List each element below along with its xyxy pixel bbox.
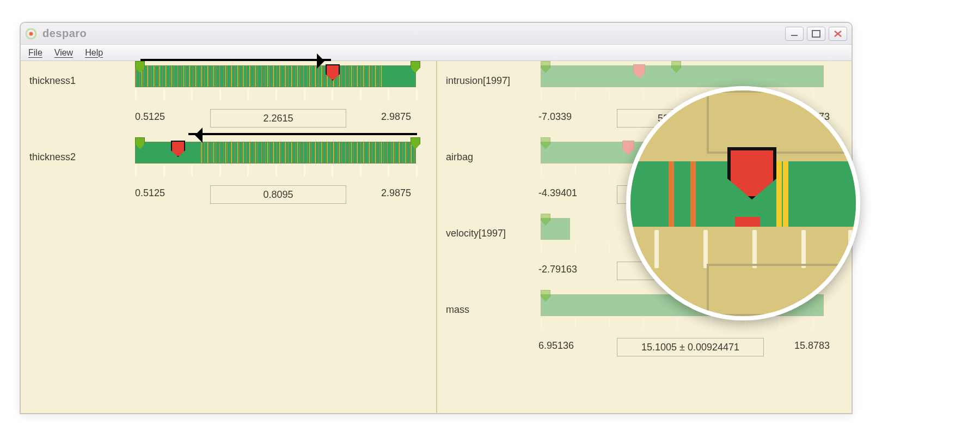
max-label: 2.9875 (381, 111, 411, 123)
max-label: 2.9875 (381, 187, 411, 199)
min-label: 6.95136 (538, 340, 574, 352)
app-icon (25, 28, 37, 40)
value-readout[interactable]: 0.8095 (210, 185, 346, 204)
param-label: intrusion[1997] (446, 75, 510, 87)
svg-rect-3 (812, 31, 820, 37)
tick-strip (541, 317, 824, 330)
direction-arrow-icon (140, 59, 331, 61)
range-bar[interactable] (135, 65, 416, 87)
svg-rect-2 (791, 35, 798, 36)
menu-file[interactable]: File (28, 48, 42, 58)
menu-help[interactable]: Help (85, 48, 103, 58)
magnifier-overlay (626, 86, 860, 320)
titlebar[interactable]: desparo (21, 23, 852, 45)
minimize-button[interactable] (785, 27, 804, 41)
param-label: velocity[1997] (446, 228, 506, 239)
param-label: mass (446, 304, 469, 316)
direction-arrow-icon (188, 133, 417, 135)
value-readout[interactable]: 15.1005 ± 0.00924471 (617, 338, 764, 356)
menu-view[interactable]: View (54, 48, 73, 58)
range-bar[interactable] (541, 65, 824, 87)
param-row-thickness2: thickness2 0.5125 0.8095 2.9875 (21, 137, 436, 225)
min-label: 0.5125 (135, 187, 165, 199)
param-label: thickness1 (29, 75, 76, 87)
param-label: airbag (446, 152, 473, 163)
min-label: 0.5125 (135, 111, 165, 123)
min-label: -7.0339 (538, 111, 572, 123)
min-label: -2.79163 (538, 264, 577, 275)
maximize-button[interactable] (807, 27, 825, 41)
app-title: desparo (42, 27, 87, 40)
tick-strip (135, 88, 416, 101)
param-row-thickness1: thickness1 0.5125 2.2615 2.9875 (21, 61, 436, 148)
min-label: -4.39401 (538, 187, 577, 199)
max-label: 15.8783 (794, 340, 830, 352)
value-readout[interactable]: 2.2615 (210, 109, 346, 128)
left-pane: thickness1 0.5125 2.2615 2.9875 thicknes… (21, 61, 436, 413)
svg-point-1 (29, 32, 33, 35)
tick-strip (135, 165, 416, 178)
close-button[interactable] (829, 27, 847, 41)
param-label: thickness2 (29, 152, 76, 163)
